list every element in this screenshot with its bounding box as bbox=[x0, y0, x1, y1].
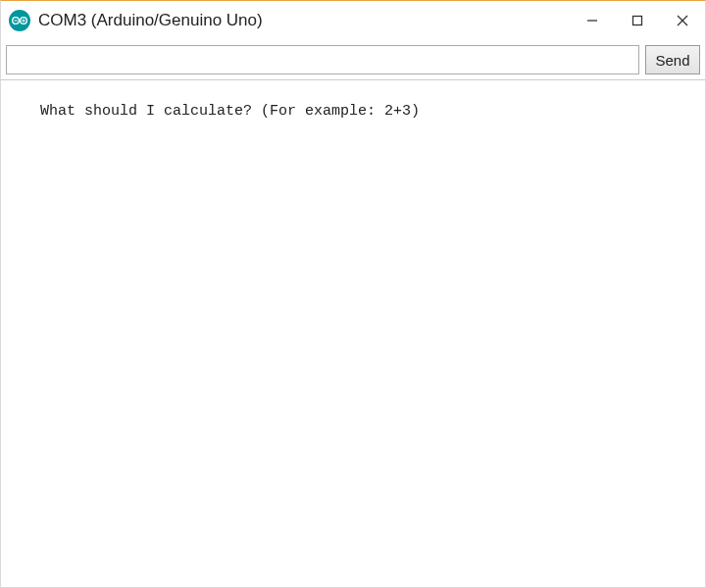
arduino-icon bbox=[9, 10, 30, 31]
close-button[interactable] bbox=[660, 1, 705, 40]
titlebar: COM3 (Arduino/Genuino Uno) bbox=[1, 1, 705, 40]
serial-output: What should I calculate? (For example: 2… bbox=[1, 79, 705, 587]
svg-rect-6 bbox=[633, 17, 642, 25]
serial-monitor-window: COM3 (Arduino/Genuino Uno) Send What sho… bbox=[0, 0, 706, 588]
output-line: What should I calculate? (For example: 2… bbox=[40, 103, 420, 120]
maximize-button[interactable] bbox=[615, 1, 660, 40]
window-title: COM3 (Arduino/Genuino Uno) bbox=[38, 11, 570, 30]
window-controls bbox=[570, 1, 705, 40]
minimize-button[interactable] bbox=[570, 1, 615, 40]
serial-input[interactable] bbox=[6, 45, 639, 74]
input-row: Send bbox=[1, 40, 705, 79]
send-button[interactable]: Send bbox=[645, 45, 700, 74]
